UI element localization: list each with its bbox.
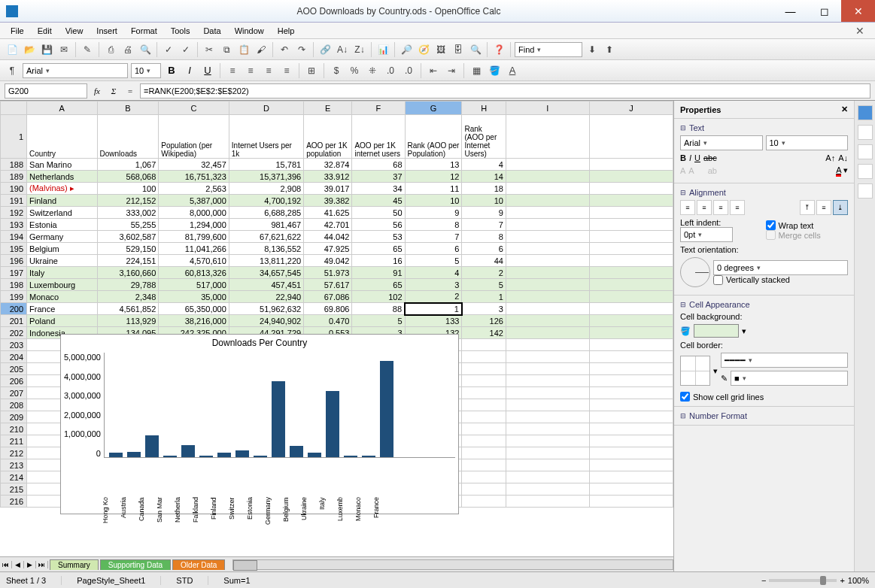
row-header-188[interactable]: 188 xyxy=(1,159,27,171)
cell[interactable]: 34 xyxy=(352,183,405,195)
cell[interactable]: Rank (AOO per Population) xyxy=(405,115,462,159)
cell[interactable] xyxy=(462,351,506,363)
cell[interactable]: 212,152 xyxy=(97,195,159,207)
cell[interactable]: 68 xyxy=(352,159,405,171)
cell[interactable] xyxy=(589,351,673,363)
align-right-icon[interactable]: ≡ xyxy=(261,63,276,78)
col-header-J[interactable]: J xyxy=(589,102,673,115)
tab-supporting-data[interactable]: Supporting Data xyxy=(100,559,171,570)
cell[interactable]: 2,563 xyxy=(159,183,229,195)
cell[interactable]: 15,781 xyxy=(229,159,303,171)
cell[interactable]: 47.925 xyxy=(304,243,352,255)
col-header-H[interactable]: H xyxy=(462,102,506,115)
cell[interactable]: 22,940 xyxy=(229,291,303,303)
col-header-C[interactable]: C xyxy=(159,102,229,115)
cell[interactable]: 51.973 xyxy=(304,267,352,279)
cell[interactable] xyxy=(589,267,673,279)
sidebar-size-select[interactable]: 10 xyxy=(766,135,849,150)
tab-next-icon[interactable]: ▶ xyxy=(24,561,36,568)
cell[interactable]: Switzerland xyxy=(27,207,97,219)
new-icon[interactable]: 📄 xyxy=(5,42,20,57)
row-header-195[interactable]: 195 xyxy=(1,243,27,255)
cell[interactable]: 3,160,660 xyxy=(97,267,159,279)
cell[interactable]: (Malvinas) ▸ xyxy=(27,183,97,195)
formula-input[interactable]: =RANK(E200;$E$2:$E$202) xyxy=(140,83,870,99)
save-icon[interactable]: 💾 xyxy=(39,42,54,57)
cell[interactable]: Netherlands xyxy=(27,171,97,183)
cell[interactable] xyxy=(506,207,589,219)
cell[interactable]: AOO per 1K internet users xyxy=(352,115,405,159)
gridlines-checkbox[interactable]: Show cell grid lines xyxy=(680,392,848,402)
cell[interactable] xyxy=(589,375,673,387)
find-input[interactable]: Find xyxy=(515,42,582,57)
cell[interactable]: France xyxy=(27,303,97,315)
gallery-panel-icon[interactable] xyxy=(858,144,873,159)
zoom-out-icon[interactable]: − xyxy=(761,576,766,585)
cell[interactable] xyxy=(462,375,506,387)
row-header-207[interactable]: 207 xyxy=(1,387,27,399)
copy-icon[interactable]: ⧉ xyxy=(219,42,234,57)
cell[interactable]: 4,561,852 xyxy=(97,303,159,315)
cell[interactable] xyxy=(589,423,673,435)
cell[interactable]: 11,041,266 xyxy=(159,243,229,255)
cell[interactable] xyxy=(506,291,589,303)
cell[interactable]: 67,621,622 xyxy=(229,231,303,243)
cell[interactable]: 4 xyxy=(462,159,506,171)
cell[interactable]: San Marino xyxy=(27,159,97,171)
cell[interactable]: 5 xyxy=(352,315,405,327)
cell[interactable] xyxy=(506,267,589,279)
cell[interactable] xyxy=(462,471,506,483)
sb-italic-button[interactable]: I xyxy=(689,153,691,162)
sort-asc-icon[interactable]: A↓ xyxy=(335,42,350,57)
cell[interactable] xyxy=(589,315,673,327)
cell[interactable]: 42.701 xyxy=(304,219,352,231)
col-header-D[interactable]: D xyxy=(229,102,303,115)
vstack-checkbox[interactable]: Vertically stacked xyxy=(713,275,848,285)
cell[interactable]: 5,387,000 xyxy=(159,195,229,207)
undo-icon[interactable]: ↶ xyxy=(277,42,292,57)
cell[interactable]: 457,451 xyxy=(229,279,303,291)
autospell-icon[interactable]: ✓ xyxy=(178,42,193,57)
borders-icon[interactable]: ▦ xyxy=(469,63,484,78)
embedded-chart[interactable]: Downloads Per Country 5,000,0004,000,000… xyxy=(60,334,459,514)
cell[interactable]: 0.470 xyxy=(304,315,352,327)
cell[interactable]: 39.382 xyxy=(304,195,352,207)
fontcolor-icon[interactable]: A xyxy=(505,63,520,78)
cell[interactable] xyxy=(589,339,673,351)
sum-icon[interactable]: Σ xyxy=(107,86,120,95)
sb-fontcolor-icon[interactable]: A ▾ xyxy=(836,165,848,175)
section-cell-appearance[interactable]: Cell Appearance xyxy=(680,300,848,309)
cell[interactable]: 981,467 xyxy=(229,219,303,231)
cell[interactable]: 35,000 xyxy=(159,291,229,303)
zoom-icon[interactable]: 🔍 xyxy=(468,42,483,57)
menu-help[interactable]: Help xyxy=(272,25,301,37)
cell[interactable] xyxy=(506,363,589,375)
cell[interactable]: 53 xyxy=(352,231,405,243)
row-header-197[interactable]: 197 xyxy=(1,267,27,279)
cell[interactable]: 3 xyxy=(462,303,506,315)
cell[interactable] xyxy=(506,423,589,435)
cell[interactable] xyxy=(506,483,589,496)
cell[interactable] xyxy=(506,447,589,459)
row-header-201[interactable]: 201 xyxy=(1,315,27,327)
row-header-200[interactable]: 200 xyxy=(1,303,27,315)
cell[interactable]: 9 xyxy=(405,207,462,219)
cell[interactable]: 44.042 xyxy=(304,231,352,243)
sb-valign-top[interactable]: ⤒ xyxy=(800,200,815,215)
close-button[interactable]: ✕ xyxy=(841,0,875,22)
sb-valign-bot[interactable]: ⤓ xyxy=(833,200,848,215)
cell[interactable]: Population (per Wikipedia) xyxy=(159,115,229,159)
cell[interactable] xyxy=(506,339,589,351)
cell[interactable] xyxy=(506,315,589,327)
italic-button[interactable]: I xyxy=(182,65,197,76)
cell[interactable]: Monaco xyxy=(27,291,97,303)
sb-valign-mid[interactable]: ≡ xyxy=(816,200,831,215)
cell[interactable] xyxy=(589,447,673,459)
tab-last-icon[interactable]: ⏭ xyxy=(36,561,48,568)
cell[interactable] xyxy=(506,459,589,471)
pencil-icon[interactable]: ✎ xyxy=(721,374,728,383)
row-header-189[interactable]: 189 xyxy=(1,171,27,183)
sb-bold-button[interactable]: B xyxy=(680,153,686,162)
row-header-198[interactable]: 198 xyxy=(1,279,27,291)
zoom-slider[interactable] xyxy=(769,579,837,582)
